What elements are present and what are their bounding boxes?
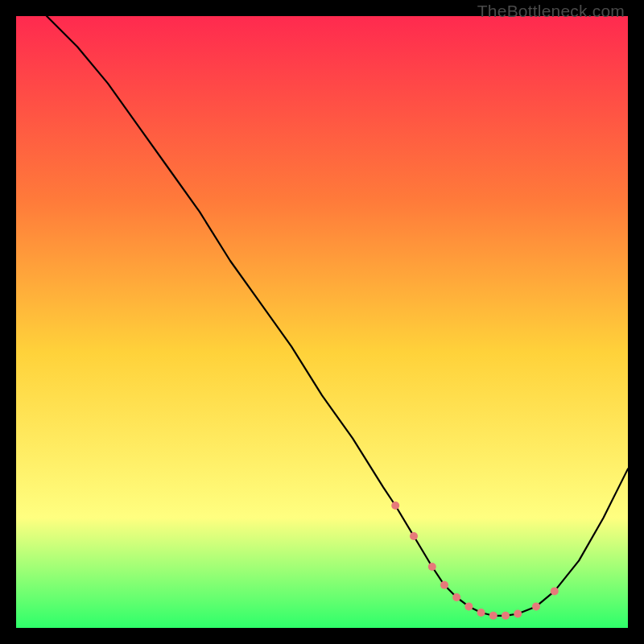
- plot-svg: [16, 16, 628, 628]
- highlight-dot: [452, 593, 460, 601]
- highlight-dot: [428, 563, 436, 571]
- highlight-dot: [391, 502, 399, 510]
- highlight-dot: [514, 610, 522, 618]
- highlight-dot: [489, 612, 497, 620]
- gradient-background: [16, 16, 628, 628]
- highlight-dot: [477, 609, 485, 617]
- highlight-dot: [502, 612, 510, 620]
- chart-frame: [16, 16, 628, 628]
- highlight-dot: [440, 581, 448, 589]
- highlight-dot: [532, 602, 540, 610]
- watermark-text: TheBottleneck.com: [477, 2, 625, 21]
- highlight-dot: [410, 532, 418, 540]
- highlight-dot: [551, 587, 559, 595]
- highlight-dot: [464, 602, 473, 610]
